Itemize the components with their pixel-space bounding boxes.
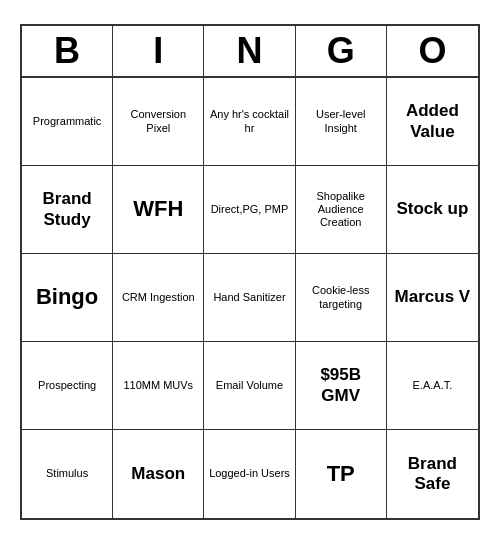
header-letter: O: [387, 26, 478, 76]
bingo-cell: E.A.A.T.: [387, 342, 478, 430]
header-letter: G: [296, 26, 387, 76]
header-letter: N: [204, 26, 295, 76]
bingo-cell: Prospecting: [22, 342, 113, 430]
bingo-cell: Conversion Pixel: [113, 78, 204, 166]
bingo-cell: Shopalike Audience Creation: [296, 166, 387, 254]
bingo-cell: Hand Sanitizer: [204, 254, 295, 342]
header-letter: I: [113, 26, 204, 76]
bingo-cell: Stimulus: [22, 430, 113, 518]
bingo-cell: Programmatic: [22, 78, 113, 166]
bingo-cell: Stock up: [387, 166, 478, 254]
bingo-cell: Any hr's cocktail hr: [204, 78, 295, 166]
bingo-cell: $95B GMV: [296, 342, 387, 430]
bingo-cell: Logged-in Users: [204, 430, 295, 518]
bingo-cell: Brand Safe: [387, 430, 478, 518]
bingo-cell: Email Volume: [204, 342, 295, 430]
bingo-cell: 110MM MUVs: [113, 342, 204, 430]
bingo-card: BINGO ProgrammaticConversion PixelAny hr…: [20, 24, 480, 520]
bingo-cell: Direct,PG, PMP: [204, 166, 295, 254]
bingo-header: BINGO: [22, 26, 478, 78]
bingo-cell: WFH: [113, 166, 204, 254]
bingo-cell: Marcus V: [387, 254, 478, 342]
bingo-cell: Brand Study: [22, 166, 113, 254]
header-letter: B: [22, 26, 113, 76]
bingo-grid: ProgrammaticConversion PixelAny hr's coc…: [22, 78, 478, 518]
bingo-cell: Cookie-less targeting: [296, 254, 387, 342]
bingo-cell: Bingo: [22, 254, 113, 342]
bingo-cell: TP: [296, 430, 387, 518]
bingo-cell: User-level Insight: [296, 78, 387, 166]
bingo-cell: Added Value: [387, 78, 478, 166]
bingo-cell: CRM Ingestion: [113, 254, 204, 342]
bingo-cell: Mason: [113, 430, 204, 518]
